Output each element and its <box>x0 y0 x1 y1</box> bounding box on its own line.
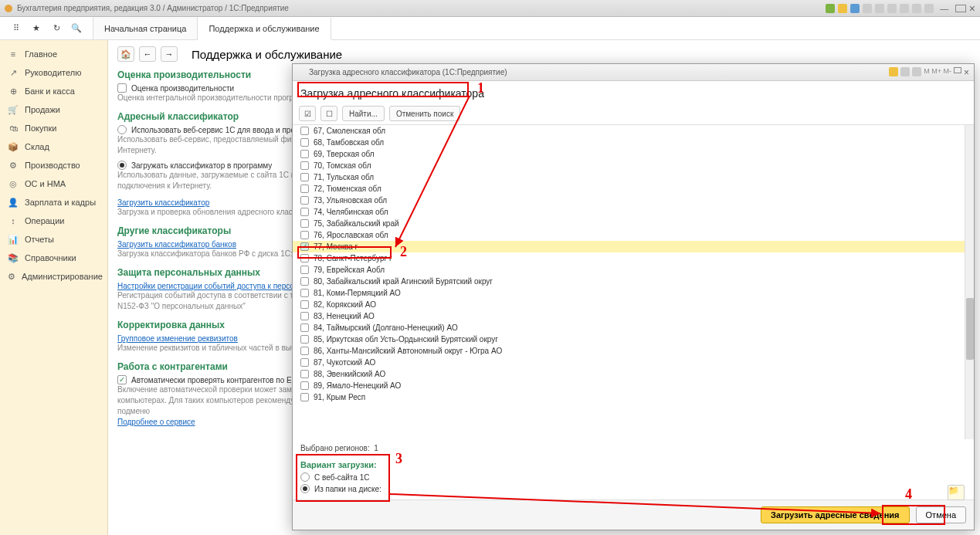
region-row[interactable]: 79, Еврейская Аобл <box>293 264 974 276</box>
region-checkbox[interactable] <box>300 219 309 228</box>
tab-support[interactable]: Поддержка и обслуживание <box>198 18 331 40</box>
sidebar: ≡Главное↗Руководителю⊕Банк и касса🛒Прода… <box>0 40 108 535</box>
region-checkbox[interactable] <box>300 277 309 286</box>
browse-folder-button[interactable]: 📁 <box>948 485 965 500</box>
region-checkbox[interactable] <box>300 381 309 390</box>
region-checkbox[interactable] <box>300 335 309 344</box>
sidebar-item-0[interactable]: ≡Главное <box>0 45 107 63</box>
region-row[interactable]: 80, Забайкальский край Агинский Бурятски… <box>293 276 974 287</box>
sidebar-item-10[interactable]: 📊Отчеты <box>0 230 107 249</box>
region-label: 77, Москва г <box>314 242 358 251</box>
cancel-button[interactable]: Отмена <box>916 506 966 523</box>
load-banks-link[interactable]: Загрузить классификатор банков <box>117 240 236 249</box>
auto-check-checkbox[interactable] <box>117 375 127 384</box>
region-checkbox[interactable] <box>300 161 309 170</box>
load-addresses-button[interactable]: Загрузить адресные сведения <box>761 506 909 523</box>
region-checkbox[interactable] <box>300 393 309 401</box>
sidebar-item-2[interactable]: ⊕Банк и касса <box>0 82 107 100</box>
region-row[interactable]: 68, Тамбовская обл <box>293 137 974 148</box>
region-row[interactable]: 67, Смоленская обл <box>293 125 974 137</box>
region-checkbox[interactable] <box>300 242 309 251</box>
region-row[interactable]: 85, Иркутская обл Усть-Ордынский Бурятск… <box>293 334 974 345</box>
region-checkbox[interactable] <box>300 231 309 239</box>
region-label: 69, Тверская обл <box>314 150 375 158</box>
region-row[interactable]: 75, Забайкальский край <box>293 218 974 229</box>
region-row[interactable]: 77, Москва г <box>293 241 974 252</box>
sidebar-label: Банк и касса <box>25 86 75 96</box>
region-checkbox[interactable] <box>300 173 309 181</box>
sidebar-item-6[interactable]: ⚙Производство <box>0 156 107 174</box>
sidebar-item-1[interactable]: ↗Руководителю <box>0 63 107 82</box>
region-row[interactable]: 84, Таймырский (Долгано-Ненецкий) АО <box>293 322 974 334</box>
sidebar-item-3[interactable]: 🛒Продажи <box>0 100 107 119</box>
region-checkbox[interactable] <box>300 127 309 135</box>
history-icon[interactable]: ↻ <box>49 22 63 36</box>
region-label: 91, Крым Респ <box>314 393 365 401</box>
addr-radio-web[interactable] <box>117 125 127 134</box>
region-checkbox[interactable] <box>300 347 309 355</box>
tab-home[interactable]: Начальная страница <box>93 17 198 39</box>
region-row[interactable]: 76, Ярославская обл <box>293 229 974 241</box>
load-classifier-link[interactable]: Загрузить классификатор <box>117 198 209 207</box>
region-row[interactable]: 69, Тверская обл <box>293 148 974 160</box>
region-row[interactable]: 74, Челябинская обл <box>293 206 974 218</box>
region-row[interactable]: 71, Тульская обл <box>293 171 974 183</box>
region-checkbox[interactable] <box>300 358 309 367</box>
region-row[interactable]: 70, Томская обл <box>293 160 974 171</box>
region-checkbox[interactable] <box>300 370 309 378</box>
home-icon[interactable]: 🏠 <box>117 46 134 62</box>
region-row[interactable]: 73, Ульяновская обл <box>293 195 974 206</box>
check-all-button[interactable]: ☑ <box>299 106 316 121</box>
sidebar-label: Администрирование <box>22 272 103 281</box>
perf-checkbox[interactable] <box>117 83 127 93</box>
region-checkbox[interactable] <box>300 254 309 262</box>
app-icon <box>5 5 12 12</box>
find-button[interactable]: Найти... <box>342 106 385 121</box>
region-row[interactable]: 89, Ямало-Ненецкий АО <box>293 380 974 391</box>
region-row[interactable]: 87, Чукотский АО <box>293 357 974 368</box>
sidebar-item-9[interactable]: ↕Операции <box>0 212 107 230</box>
star-icon[interactable]: ★ <box>29 22 43 36</box>
region-checkbox[interactable] <box>300 138 309 147</box>
region-row[interactable]: 78, Санкт-Петербург г <box>293 252 974 264</box>
region-checkbox[interactable] <box>300 208 309 216</box>
group-edit-link[interactable]: Групповое изменение реквизитов <box>117 334 238 343</box>
service-details-link[interactable]: Подробнее о сервисе <box>117 418 195 426</box>
uncheck-all-button[interactable]: ☐ <box>320 106 337 121</box>
region-checkbox[interactable] <box>300 323 309 332</box>
variant-radio-disk[interactable] <box>300 484 310 493</box>
cancel-search-button[interactable]: Отменить поиск <box>389 106 460 121</box>
scrollbar[interactable] <box>965 125 974 439</box>
sidebar-item-12[interactable]: ⚙Администрирование <box>0 267 107 286</box>
apps-icon[interactable]: ⠿ <box>9 22 23 36</box>
addr-radio-load[interactable] <box>117 161 127 170</box>
region-row[interactable]: 86, Ханты-Мансийский Автономный округ - … <box>293 345 974 357</box>
sidebar-item-4[interactable]: 🛍Покупки <box>0 119 107 137</box>
sidebar-icon: 🛍 <box>8 123 19 134</box>
sidebar-label: Продажи <box>25 105 60 114</box>
region-checkbox[interactable] <box>300 300 309 309</box>
region-checkbox[interactable] <box>300 196 309 205</box>
forward-button[interactable]: → <box>161 46 178 62</box>
sidebar-item-5[interactable]: 📦Склад <box>0 137 107 156</box>
region-row[interactable]: 72, Тюменская обл <box>293 183 974 195</box>
region-checkbox[interactable] <box>300 289 309 297</box>
region-row[interactable]: 91, Крым Респ <box>293 391 974 403</box>
region-checkbox[interactable] <box>300 266 309 274</box>
region-list[interactable]: 67, Смоленская обл68, Тамбовская обл69, … <box>293 125 974 439</box>
modal-title-text: Загрузка адресного классификатора (1С:Пр… <box>309 68 507 76</box>
region-checkbox[interactable] <box>300 150 309 158</box>
search-icon[interactable]: 🔍 <box>70 22 83 36</box>
region-row[interactable]: 88, Эвенкийский АО <box>293 368 974 380</box>
sidebar-item-11[interactable]: 📚Справочники <box>0 249 107 267</box>
sidebar-item-7[interactable]: ◎ОС и НМА <box>0 174 107 193</box>
scrollbar-thumb[interactable] <box>966 298 974 360</box>
region-checkbox[interactable] <box>300 312 309 320</box>
region-row[interactable]: 82, Корякский АО <box>293 299 974 310</box>
region-checkbox[interactable] <box>300 185 309 193</box>
back-button[interactable]: ← <box>139 46 156 62</box>
region-row[interactable]: 81, Коми-Пермяцкий АО <box>293 287 974 299</box>
region-row[interactable]: 83, Ненецкий АО <box>293 310 974 322</box>
sidebar-item-8[interactable]: 👤Зарплата и кадры <box>0 193 107 212</box>
variant-radio-web[interactable] <box>300 472 310 482</box>
